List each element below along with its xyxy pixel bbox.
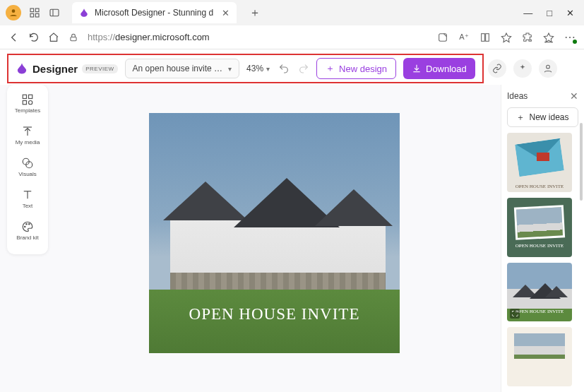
share-icon[interactable] (437, 32, 448, 43)
designer-logo[interactable]: Designer PREVIEW (16, 62, 118, 75)
visuals-icon (21, 157, 34, 170)
read-aloud-icon[interactable]: A⁺ (458, 32, 470, 43)
sidebar-item-label: Visuals (18, 171, 37, 177)
new-ideas-label: New ideas (529, 112, 568, 122)
download-button[interactable]: Download (403, 58, 475, 79)
project-name-dropdown[interactable]: An open house invite … ▾ (125, 59, 239, 78)
reading-list-icon[interactable] (479, 32, 491, 43)
svg-rect-8 (439, 33, 447, 41)
tab-close-icon[interactable]: ✕ (222, 8, 230, 18)
favorite-star-icon[interactable] (501, 32, 512, 43)
zoom-value: 43% (246, 64, 263, 73)
svg-point-28 (29, 224, 30, 225)
designer-logo-text: Designer (32, 63, 78, 75)
svg-rect-2 (35, 8, 39, 12)
tab-actions-icon[interactable] (48, 6, 61, 19)
tab-title: Microsoft Designer - Stunning d (95, 8, 213, 18)
svg-rect-7 (71, 37, 76, 40)
text-icon (21, 189, 34, 201)
svg-rect-17 (29, 95, 32, 98)
svg-point-26 (25, 226, 26, 227)
canvas-house-roof (315, 189, 393, 226)
sidebar-item-my-media[interactable]: My media (7, 122, 48, 148)
plus-icon: ＋ (516, 112, 525, 124)
new-tab-button[interactable]: ＋ (249, 6, 261, 20)
zoom-dropdown[interactable]: 43% ▾ (246, 64, 270, 73)
idea-card[interactable]: OPEN HOUSE INVITE ⛶ (507, 263, 572, 322)
new-design-label: New design (339, 64, 387, 74)
sidebar-item-label: Brand kit (16, 234, 39, 241)
design-canvas[interactable]: OPEN HOUSE INVITE (149, 113, 400, 353)
chevron-down-icon: ▾ (228, 65, 232, 73)
sidebar-item-visuals[interactable]: Visuals (7, 154, 48, 180)
favorites-bar-icon[interactable] (543, 32, 554, 43)
workspaces-icon[interactable] (28, 6, 41, 19)
sidebar-item-templates[interactable]: Templates (7, 90, 48, 117)
svg-rect-1 (30, 8, 34, 12)
idea-photo (514, 205, 565, 240)
new-design-button[interactable]: ＋ New design (316, 58, 396, 79)
project-name-text: An open house invite … (133, 64, 222, 73)
svg-point-19 (29, 101, 32, 105)
svg-point-15 (546, 65, 549, 69)
link-icon[interactable] (488, 59, 506, 78)
browser-tab[interactable]: Microsoft Designer - Stunning d ✕ (72, 2, 237, 23)
idea-caption: OPEN HOUSE INVITE (507, 184, 572, 189)
back-button[interactable] (8, 32, 20, 43)
svg-rect-9 (482, 33, 485, 41)
svg-rect-16 (23, 95, 26, 98)
refresh-button[interactable] (28, 32, 40, 43)
home-button[interactable] (48, 32, 59, 43)
idea-caption: OPEN HOUSE INVITE (507, 243, 572, 249)
site-info-lock-icon[interactable] (68, 32, 79, 43)
idea-photo (514, 333, 565, 359)
svg-rect-3 (30, 13, 34, 17)
svg-rect-18 (23, 101, 26, 105)
sparkle-icon[interactable] (513, 59, 532, 78)
svg-rect-5 (50, 9, 59, 16)
svg-marker-12 (544, 33, 553, 42)
svg-rect-4 (35, 13, 39, 17)
extensions-icon[interactable] (522, 32, 533, 43)
close-icon[interactable]: ✕ (570, 90, 578, 102)
upload-icon (21, 125, 34, 138)
redo-button[interactable] (298, 63, 309, 74)
sidebar-item-label: Text (23, 203, 33, 209)
svg-marker-11 (501, 33, 511, 42)
account-icon[interactable] (539, 59, 557, 78)
expand-icon[interactable]: ⛶ (510, 309, 520, 319)
window-maximize-button[interactable]: □ (547, 8, 552, 18)
window-close-button[interactable]: ✕ (566, 8, 574, 18)
templates-icon (21, 93, 34, 106)
download-label: Download (426, 64, 467, 74)
chevron-down-icon: ▾ (266, 65, 270, 73)
download-icon (412, 64, 422, 73)
svg-point-0 (12, 9, 16, 13)
profile-avatar[interactable] (6, 5, 21, 20)
window-minimize-button[interactable]: ― (523, 8, 532, 18)
designer-app-toolbar: Designer PREVIEW An open house invite … … (7, 54, 484, 83)
browser-toolbar: https://designer.microsoft.com A⁺ ⋯ (0, 25, 584, 49)
sidebar-item-brand-kit[interactable]: Brand kit (7, 218, 48, 244)
scrollbar[interactable] (580, 123, 583, 201)
idea-card[interactable]: OPEN HOUSE INVITE (507, 198, 572, 257)
sidebar-item-label: Templates (15, 107, 40, 114)
undo-button[interactable] (278, 63, 290, 74)
more-menu-icon[interactable]: ⋯ (564, 32, 576, 43)
ideas-panel: Ideas ✕ ＋ New ideas OPEN HOUSE INVITE OP… (501, 85, 584, 392)
window-titlebar: Microsoft Designer - Stunning d ✕ ＋ ― □ … (0, 0, 584, 25)
palette-icon (21, 220, 34, 233)
idea-card[interactable]: OPEN HOUSE INVITE (507, 133, 572, 192)
idea-roof (545, 286, 568, 297)
left-sidebar: Templates My media Visuals Text Brand ki… (7, 85, 48, 254)
preview-badge: PREVIEW (82, 64, 117, 73)
canvas-headline-text[interactable]: OPEN HOUSE INVITE (149, 305, 400, 323)
sidebar-item-text[interactable]: Text (7, 186, 48, 212)
new-ideas-button[interactable]: ＋ New ideas (507, 107, 578, 127)
designer-logo-icon (16, 62, 28, 75)
plus-icon: ＋ (326, 62, 335, 75)
address-bar[interactable]: https://designer.microsoft.com (88, 32, 210, 42)
svg-point-27 (26, 224, 28, 225)
ideas-panel-title: Ideas (507, 91, 528, 101)
idea-card[interactable] (507, 327, 572, 386)
